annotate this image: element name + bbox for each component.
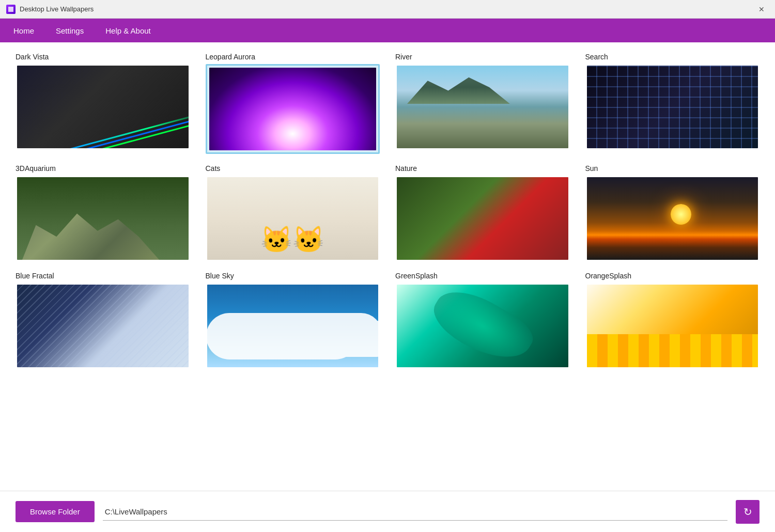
- wallpaper-label-sun: Sun: [585, 164, 760, 173]
- menu-home[interactable]: Home: [10, 22, 37, 39]
- wallpaper-thumb-leopard-aurora: [209, 68, 377, 150]
- wallpaper-thumb-wrap-leopard-aurora: [206, 64, 380, 154]
- wallpaper-thumb-wrap-search: [585, 64, 760, 150]
- wallpaper-item-dark-vista[interactable]: Dark Vista: [16, 53, 190, 154]
- wallpaper-thumb-green-splash: [397, 285, 568, 367]
- wallpaper-label-river: River: [395, 53, 570, 61]
- wallpaper-label-dark-vista: Dark Vista: [16, 53, 190, 61]
- wallpaper-thumb-wrap-orange-splash: [585, 283, 760, 369]
- wallpaper-thumb-sun: [587, 177, 758, 260]
- wallpaper-label-search: Search: [585, 53, 760, 61]
- wallpaper-thumb-nature: [397, 177, 568, 260]
- path-input[interactable]: [103, 503, 727, 521]
- wallpaper-item-river[interactable]: River: [395, 53, 570, 154]
- app-icon: [6, 5, 16, 14]
- menu-help-about[interactable]: Help & About: [102, 22, 154, 39]
- wallpaper-thumb-wrap-blue-fractal: [16, 283, 190, 369]
- title-bar-left: Desktop Live Wallpapers: [6, 5, 94, 14]
- menu-settings[interactable]: Settings: [53, 22, 87, 39]
- app-title: Desktop Live Wallpapers: [20, 5, 94, 13]
- wallpaper-grid: Dark VistaLeopard AuroraRiverSearch3DAqu…: [16, 53, 760, 369]
- main-content: Dark VistaLeopard AuroraRiverSearch3DAqu…: [0, 42, 775, 532]
- wallpaper-thumb-wrap-blue-sky: [206, 283, 380, 369]
- wallpaper-thumb-wrap-sun: [585, 176, 760, 261]
- wallpaper-item-blue-sky[interactable]: Blue Sky: [206, 272, 380, 369]
- title-bar-controls: ✕: [754, 3, 769, 15]
- title-bar: Desktop Live Wallpapers ✕: [0, 0, 775, 19]
- wallpaper-item-orange-splash[interactable]: OrangeSplash: [585, 272, 760, 369]
- wallpaper-thumb-wrap-3daquarium: [16, 176, 190, 261]
- wallpaper-thumb-wrap-cats: [206, 176, 380, 261]
- wallpaper-thumb-wrap-dark-vista: [16, 64, 190, 150]
- wallpaper-thumb-orange-splash: [587, 285, 758, 367]
- wallpaper-item-cats[interactable]: Cats: [206, 164, 380, 261]
- wallpaper-item-leopard-aurora[interactable]: Leopard Aurora: [206, 53, 380, 154]
- menu-bar: Home Settings Help & About: [0, 19, 775, 42]
- wallpaper-item-search[interactable]: Search: [585, 53, 760, 154]
- wallpaper-item-3daquarium[interactable]: 3DAquarium: [16, 164, 190, 261]
- wallpaper-thumb-3daquarium: [17, 177, 189, 260]
- wallpaper-item-sun[interactable]: Sun: [585, 164, 760, 261]
- wallpaper-label-blue-fractal: Blue Fractal: [16, 272, 190, 280]
- wallpaper-thumb-cats: [207, 177, 379, 260]
- wallpaper-thumb-blue-sky: [207, 285, 379, 367]
- wallpaper-grid-container[interactable]: Dark VistaLeopard AuroraRiverSearch3DAqu…: [0, 42, 775, 491]
- wallpaper-label-green-splash: GreenSplash: [395, 272, 570, 280]
- wallpaper-thumb-wrap-river: [395, 64, 570, 150]
- wallpaper-label-orange-splash: OrangeSplash: [585, 272, 760, 280]
- wallpaper-thumb-wrap-nature: [395, 176, 570, 261]
- refresh-button[interactable]: ↻: [736, 500, 760, 524]
- wallpaper-item-nature[interactable]: Nature: [395, 164, 570, 261]
- wallpaper-label-leopard-aurora: Leopard Aurora: [206, 53, 380, 61]
- wallpaper-label-3daquarium: 3DAquarium: [16, 164, 190, 173]
- wallpaper-thumb-dark-vista: [17, 66, 189, 148]
- close-button[interactable]: ✕: [754, 3, 769, 15]
- bottom-bar: Browse Folder ↻: [0, 491, 775, 532]
- wallpaper-label-nature: Nature: [395, 164, 570, 173]
- wallpaper-item-blue-fractal[interactable]: Blue Fractal: [16, 272, 190, 369]
- wallpaper-thumb-river: [397, 66, 568, 148]
- browse-folder-button[interactable]: Browse Folder: [16, 501, 95, 522]
- wallpaper-item-green-splash[interactable]: GreenSplash: [395, 272, 570, 369]
- wallpaper-label-cats: Cats: [206, 164, 380, 173]
- wallpaper-label-blue-sky: Blue Sky: [206, 272, 380, 280]
- wallpaper-thumb-blue-fractal: [17, 285, 189, 367]
- wallpaper-thumb-search: [587, 66, 758, 148]
- wallpaper-thumb-wrap-green-splash: [395, 283, 570, 369]
